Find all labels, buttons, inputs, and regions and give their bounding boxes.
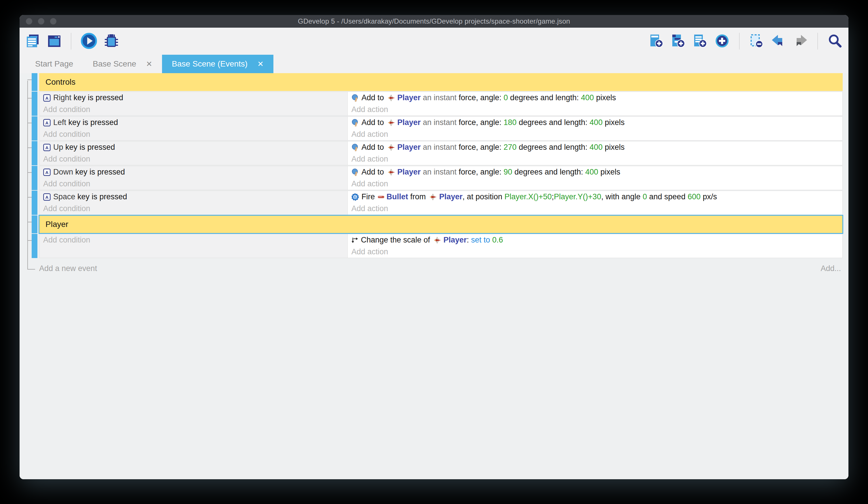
event-text-text: ; [552,192,554,201]
action-line[interactable]: GFire Bullet from Player, at position Pl… [348,191,843,203]
event-text-param: Right [53,93,71,102]
event-text-text: , with angle [601,192,643,201]
actions-cell[interactable]: Add to Player an instant force, angle: 1… [348,117,843,141]
add-condition-placeholder[interactable]: Add condition [39,104,348,115]
add-action-placeholder[interactable]: Add action [348,203,843,214]
event-text-expr: Player.Y()+30 [554,192,601,201]
actions-cell[interactable]: Add to Player an instant force, angle: 9… [348,166,843,190]
action-line[interactable]: Add to Player an instant force, angle: 9… [348,166,843,178]
keyboard-key-icon: A [43,119,51,127]
event-drag-bar[interactable] [32,191,38,215]
add-new-event-link[interactable]: Add a new event [39,264,97,273]
add-condition-placeholder[interactable]: Add condition [39,153,348,165]
tab-close-icon[interactable]: ✕ [146,60,152,68]
event-drag-bar[interactable] [32,234,38,258]
condition-line[interactable]: ARight key is pressed [39,92,348,104]
delete-selection-button[interactable] [748,32,766,51]
toolbar-divider [817,33,818,50]
debug-icon [104,33,119,50]
add-action-placeholder[interactable]: Add action [348,129,843,140]
tab-start-page[interactable]: Start Page [25,55,83,73]
zoom-window-button[interactable] [50,18,56,24]
add-subevent-button[interactable] [669,32,687,51]
add-event-icon [649,33,664,50]
event-drag-bar[interactable] [32,92,38,116]
event-drag-bar[interactable] [32,141,38,165]
add-comment-button[interactable] [691,32,709,51]
event-text-text: degrees and length: [508,93,581,102]
condition-line[interactable]: ADown key is pressed [39,166,348,178]
add-ellipsis-link[interactable]: Add... [820,264,841,273]
event-text-param: Space [53,192,75,201]
event-drag-bar[interactable] [32,166,38,190]
add-action-placeholder[interactable]: Add action [348,246,843,258]
conditions-cell[interactable]: AUp key is pressedAdd condition [39,141,348,165]
event-drag-bar[interactable] [32,117,38,141]
toolbar-divider [71,33,71,50]
redo-button[interactable] [792,32,809,51]
event-text-expr: Player.X()+50 [505,192,552,201]
add-condition-placeholder[interactable]: Add condition [39,203,348,214]
event-tree-tick [27,148,32,148]
project-manager-button[interactable] [24,32,41,50]
action-line[interactable]: Add to Player an instant force, angle: 1… [348,117,843,129]
actions-cell[interactable]: GFire Bullet from Player, at position Pl… [348,191,843,215]
event-text-text: force, angle: [459,168,504,177]
tab-base-scene-events[interactable]: Base Scene (Events)✕ [162,55,273,73]
event-text-number: 0.6 [492,235,503,244]
event-text-number: 0 [643,192,647,201]
add-condition-placeholder[interactable]: Add condition [39,178,348,190]
force-icon [351,144,359,151]
event-drag-bar[interactable] [32,215,38,233]
undo-button[interactable] [769,32,787,51]
conditions-cell[interactable]: ADown key is pressedAdd condition [39,166,348,190]
conditions-cell[interactable]: ARight key is pressedAdd condition [39,92,348,116]
event-group-label: Controls [45,78,75,87]
events-footer: Add a new event Add... [20,263,848,274]
event-text-text: force, angle: [459,143,504,152]
debug-button[interactable] [102,32,120,51]
condition-line[interactable]: AUp key is pressed [39,141,348,153]
actions-cell[interactable]: Change the scale of Player: set to 0.6Ad… [348,234,843,258]
events-sheet: ControlsARight key is pressedAdd conditi… [20,73,848,479]
condition-line[interactable]: ASpace key is pressed [39,191,348,203]
tab-close-icon[interactable]: ✕ [257,60,264,68]
window-titlebar: GDevelop 5 - /Users/dkarakay/Documents/G… [20,15,848,28]
conditions-cell[interactable]: ASpace key is pressedAdd condition [39,191,348,215]
event-group-header[interactable]: Controls [39,73,843,91]
add-event-button[interactable] [648,32,665,51]
event-drag-bar[interactable] [32,73,38,91]
event-text-text: Change the scale of [361,235,432,244]
conditions-cell[interactable]: Add condition [39,234,348,258]
scene-editor-button[interactable] [45,32,63,50]
event-text-text: Add to [361,168,386,177]
action-line[interactable]: Change the scale of Player: set to 0.6 [348,234,843,246]
actions-cell[interactable]: Add to Player an instant force, angle: 2… [348,141,843,165]
add-action-placeholder[interactable]: Add action [348,104,843,115]
condition-line[interactable]: ALeft key is pressed [39,117,348,129]
svg-text:A: A [45,170,49,174]
minimize-window-button[interactable] [38,18,44,24]
event-group-header[interactable]: Player [39,215,843,233]
play-button[interactable] [80,31,99,51]
close-window-button[interactable] [26,18,32,24]
add-action-placeholder[interactable]: Add action [348,178,843,190]
action-line[interactable]: Add to Player an instant force, angle: 2… [348,141,843,153]
search-button[interactable] [826,32,844,51]
conditions-cell[interactable]: ALeft key is pressedAdd condition [39,117,348,141]
action-line[interactable]: Add to Player an instant force, angle: 0… [348,92,843,104]
actions-cell[interactable]: Add to Player an instant force, angle: 0… [348,92,843,116]
add-action-placeholder[interactable]: Add action [348,153,843,165]
add-condition-placeholder[interactable]: Add condition [39,129,348,140]
add-condition-placeholder[interactable]: Add condition [39,234,348,246]
event-text-text: pixels [594,93,616,102]
event-text-text: key is pressed [63,143,115,152]
add-other-button[interactable] [713,32,731,51]
event-text-text: px/s [701,192,717,201]
event-text-text: key is pressed [75,192,127,201]
keyboard-key-icon: A [43,169,51,176]
event-text-text: : [467,235,471,244]
tab-bar: Start PageBase Scene✕Base Scene (Events)… [20,55,848,73]
event-row: ASpace key is pressedAdd conditionGFire … [32,191,843,215]
tab-base-scene[interactable]: Base Scene✕ [83,55,162,73]
